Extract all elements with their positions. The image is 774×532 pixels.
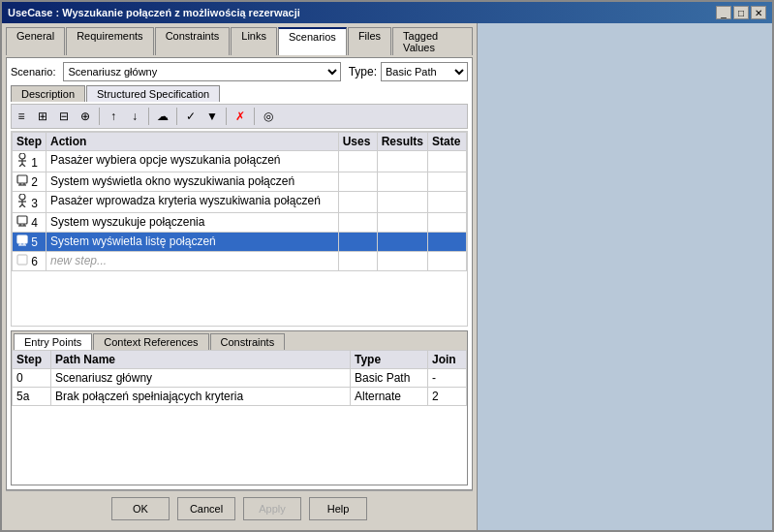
tab-links[interactable]: Links [231, 27, 277, 55]
table-row[interactable]: 5 System wyświetla listę połączeń [13, 233, 467, 252]
col-uses: Uses [338, 133, 377, 151]
svg-line-3 [19, 164, 22, 167]
button-row: OK Cancel Apply Help [6, 490, 473, 526]
toolbar-separator-3 [176, 108, 177, 125]
maximize-button[interactable]: □ [733, 6, 749, 19]
toolbar-btn-add-child[interactable]: ⊕ [76, 107, 95, 126]
tab-requirements[interactable]: Requirements [66, 27, 153, 55]
tab-general[interactable]: General [6, 27, 65, 55]
main-tabs: General Requirements Constraints Links S… [6, 27, 473, 55]
toolbar-btn-remove-row[interactable]: ⊟ [54, 107, 74, 126]
entry-table: Step Path Name Type Join 0 Scenariusz gł… [12, 350, 467, 485]
toolbar-separator-4 [226, 108, 227, 125]
toolbar-btn-add-row[interactable]: ⊞ [33, 107, 52, 126]
svg-point-0 [19, 153, 25, 159]
computer-icon-3 [16, 235, 28, 246]
toolbar-btn-down[interactable]: ↓ [125, 107, 144, 126]
svg-rect-5 [17, 175, 27, 183]
tab-constraints-bottom[interactable]: Constraints [210, 333, 286, 350]
tab-structured-specification[interactable]: Structured Specification [86, 85, 220, 102]
table-row[interactable]: 6 new step... [13, 252, 467, 271]
window-title: UseCase : Wyszukanie połączeń z możliwoś… [8, 7, 300, 18]
col-results: Results [377, 133, 427, 151]
table-row[interactable]: 3 Pasażer wprowadza kryteria wyszukiwani… [13, 192, 467, 213]
toolbar-separator-2 [148, 108, 149, 125]
new-step-icon [16, 254, 28, 266]
svg-line-12 [19, 204, 22, 207]
title-bar: UseCase : Wyszukanie połączeń z możliwoś… [2, 2, 772, 23]
col-state: State [428, 133, 467, 151]
list-item[interactable]: 5a Brak połączeń spełniających kryteria … [13, 388, 467, 406]
tab-files[interactable]: Files [348, 27, 391, 55]
inner-tabs: Description Structured Specification [11, 85, 468, 102]
help-button[interactable]: Help [309, 497, 367, 520]
apply-button[interactable]: Apply [243, 497, 301, 520]
scenario-row: Scenario: Scenariusz główny Type: Basic … [11, 62, 468, 81]
title-controls: _ □ ✕ [716, 6, 766, 19]
toolbar-btn-delete[interactable]: ✗ [231, 107, 250, 126]
toolbar-btn-list[interactable]: ≡ [12, 107, 31, 126]
tab-entry-points[interactable]: Entry Points [14, 333, 92, 350]
svg-rect-18 [17, 235, 27, 243]
svg-rect-22 [17, 255, 27, 265]
person-icon [16, 153, 28, 167]
person-icon-2 [16, 194, 28, 207]
right-panel: Pasażer ↗ 🔍 Wy [477, 23, 772, 530]
table-row[interactable]: 1 Pasażer wybiera opcje wyszukania połąc… [13, 151, 467, 172]
type-section: Type: Basic Path [349, 62, 468, 81]
tab-tagged-values[interactable]: Tagged Values [392, 27, 473, 55]
scenario-label: Scenario: [11, 66, 55, 78]
ok-button[interactable]: OK [111, 497, 170, 520]
toolbar: ≡ ⊞ ⊟ ⊕ ↑ ↓ ☁ ✓ ▼ ✗ ◎ [11, 104, 468, 129]
minimize-button[interactable]: _ [716, 6, 731, 19]
entry-col-type: Type [351, 351, 428, 369]
table-row[interactable]: 2 System wyświetla okno wyszukiwania poł… [13, 172, 467, 192]
col-action: Action [46, 133, 339, 151]
bottom-section: Entry Points Context References Constrai… [11, 330, 468, 485]
tab-scenarios[interactable]: Scenarios [278, 27, 347, 55]
svg-line-13 [22, 204, 25, 207]
entry-col-path: Path Name [51, 351, 351, 369]
close-button[interactable]: ✕ [751, 6, 766, 19]
main-content: General Requirements Constraints Links S… [2, 23, 772, 530]
tab-context-references[interactable]: Context References [93, 333, 208, 350]
toolbar-btn-up[interactable]: ↑ [104, 107, 123, 126]
toolbar-btn-check-dropdown[interactable]: ▼ [202, 107, 222, 126]
toolbar-separator-5 [254, 108, 255, 125]
svg-rect-14 [17, 216, 27, 224]
new-step-label[interactable]: new step... [46, 252, 339, 271]
left-panel: General Requirements Constraints Links S… [2, 23, 477, 530]
svg-line-4 [22, 164, 25, 167]
svg-point-9 [19, 194, 25, 200]
cancel-button[interactable]: Cancel [177, 497, 235, 520]
bottom-tabs: Entry Points Context References Constrai… [12, 331, 467, 350]
main-window: UseCase : Wyszukanie połączeń z możliwoś… [0, 0, 774, 532]
toolbar-btn-check[interactable]: ✓ [181, 107, 201, 126]
computer-icon-2 [16, 215, 28, 227]
scenario-select[interactable]: Scenariusz główny [63, 62, 340, 81]
diagram-svg: ↗ 🔍 [478, 23, 772, 530]
entry-col-join: Join [428, 351, 467, 369]
tab-constraints[interactable]: Constraints [155, 27, 231, 55]
list-item[interactable]: 0 Scenariusz główny Basic Path - [13, 369, 467, 388]
type-select[interactable]: Basic Path [381, 62, 468, 81]
uml-diagram: Pasażer ↗ 🔍 Wy [478, 23, 772, 530]
panel-body: Scenario: Scenariusz główny Type: Basic … [6, 57, 473, 490]
toolbar-btn-circle[interactable]: ◎ [259, 107, 278, 126]
toolbar-separator [99, 108, 100, 125]
steps-table: Step Action Uses Results State [11, 131, 468, 327]
col-step: Step [13, 133, 46, 151]
table-row[interactable]: 4 System wyszukuje połączenia [13, 213, 467, 233]
toolbar-btn-cloud[interactable]: ☁ [153, 107, 172, 126]
tab-description[interactable]: Description [11, 85, 85, 102]
computer-icon [16, 174, 28, 186]
entry-col-step: Step [13, 351, 51, 369]
type-label: Type: [349, 65, 377, 78]
